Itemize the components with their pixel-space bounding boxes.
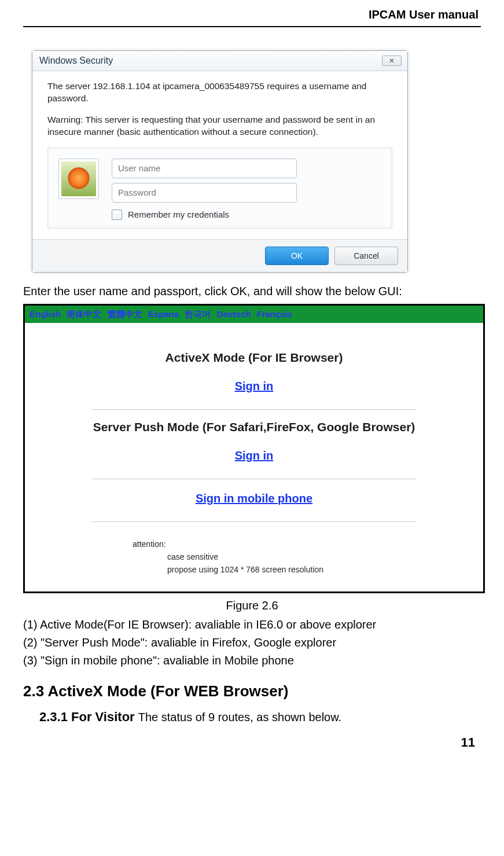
lang-espana[interactable]: Espana	[148, 309, 179, 319]
page-number: 11	[23, 735, 481, 750]
section-2-3-1-heading: 2.3.1 For Visitor The status of 9 routes…	[39, 710, 481, 725]
lang-simplified-chinese[interactable]: 简体中文	[67, 309, 101, 319]
attention-line-1: case sensitive	[133, 552, 416, 561]
avatar	[58, 159, 99, 199]
list-item-1: (1) Active Mode(For IE Browser): avaliab…	[23, 616, 481, 634]
section-2-3-1-trail: The status of 9 routes, as shown below.	[138, 711, 341, 723]
lang-francais[interactable]: Français	[257, 309, 293, 319]
lang-deutsch[interactable]: Deutsch	[216, 309, 251, 319]
signin-activex-link[interactable]: Sign in	[235, 380, 274, 393]
ok-button[interactable]: OK	[265, 247, 329, 265]
section-2-3-1-bold: 2.3.1 For Visitor	[39, 710, 138, 724]
windows-security-dialog: Windows Security ✕ The server 192.168.1.…	[32, 50, 408, 273]
instruction-text: Enter the user name and passport, click …	[23, 283, 481, 299]
dialog-message-1: The server 192.168.1.104 at ipcamera_000…	[47, 80, 392, 105]
cancel-button[interactable]: Cancel	[334, 247, 398, 265]
close-icon: ✕	[389, 57, 395, 65]
page-header-title: IPCAM User manual	[23, 6, 481, 27]
activex-mode-title: ActiveX Mode (For IE Browser)	[25, 351, 483, 365]
password-field[interactable]	[112, 183, 297, 203]
serverpush-mode-title: Server Push Mode (For Safari,FireFox, Go…	[25, 420, 483, 434]
webpage-screenshot: English 简体中文 繁體中文 Espana 한국머 Deutsch Fra…	[23, 304, 485, 593]
list-item-2: (2) "Server Push Mode": avaliable in Fir…	[23, 634, 481, 652]
lang-korean[interactable]: 한국머	[185, 309, 211, 319]
remember-checkbox[interactable]	[112, 210, 122, 220]
figure-caption: Figure 2.6	[23, 599, 481, 612]
section-2-3-heading: 2.3 ActiveX Mode (For WEB Browser)	[23, 682, 481, 700]
list-item-3: (3) "Sign in mobile phone": avaliable in…	[23, 652, 481, 670]
lang-english[interactable]: English	[30, 309, 61, 319]
dialog-message-2: Warning: This server is requesting that …	[47, 114, 392, 138]
signin-serverpush-link[interactable]: Sign in	[235, 449, 274, 462]
username-field[interactable]	[112, 159, 297, 178]
attention-label: attention:	[133, 539, 416, 549]
dialog-title: Windows Security	[39, 56, 113, 66]
lang-traditional-chinese[interactable]: 繁體中文	[108, 309, 142, 319]
divider	[92, 521, 416, 522]
attention-line-2: propose using 1024 * 768 screen resoluti…	[133, 565, 416, 574]
remember-label: Remember my credentials	[128, 210, 229, 219]
divider	[92, 409, 416, 410]
language-bar: English 简体中文 繁體中文 Espana 한국머 Deutsch Fra…	[25, 306, 483, 323]
divider	[92, 479, 416, 479]
close-button[interactable]: ✕	[382, 56, 402, 66]
signin-mobile-link[interactable]: Sign in mobile phone	[196, 492, 312, 505]
